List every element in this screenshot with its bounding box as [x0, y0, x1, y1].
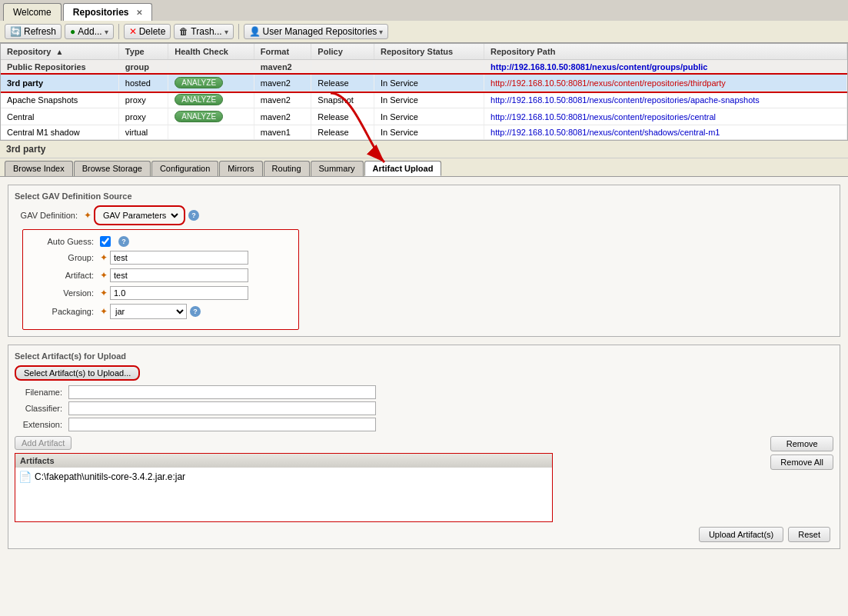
repo-name: Central M1 shadow	[1, 125, 118, 140]
auto-guess-checkbox[interactable]	[100, 236, 111, 247]
trash-button[interactable]: 🗑 Trash... ▾	[174, 24, 233, 39]
classifier-label: Classifier:	[15, 404, 68, 413]
remove-all-button[interactable]: Remove All	[770, 455, 833, 470]
classifier-row: Classifier:	[15, 401, 833, 415]
separator-1	[118, 24, 119, 39]
version-label: Version:	[31, 288, 100, 298]
repo-health	[168, 125, 254, 140]
tab-mirrors[interactable]: Mirrors	[219, 161, 262, 176]
gav-definition-help-icon[interactable]: ?	[188, 210, 199, 221]
col-header-format[interactable]: Format	[254, 44, 311, 60]
tab-artifact-upload[interactable]: Artifact Upload	[364, 161, 442, 176]
table-row[interactable]: Public Repositories group maven2 http://…	[1, 60, 847, 75]
group-input[interactable]	[110, 251, 248, 265]
toolbar: 🔄 Refresh ● Add... ▾ ✕ Delete 🗑 Trash...…	[0, 21, 848, 43]
artifact-input[interactable]	[110, 268, 248, 282]
repo-url-link[interactable]: http://192.168.10.50:8081/nexus/content/…	[491, 128, 720, 137]
sort-icon: ▲	[56, 48, 64, 56]
col-header-health-check[interactable]: Health Check	[168, 44, 254, 60]
version-input[interactable]	[110, 286, 248, 300]
tab-summary[interactable]: Summary	[311, 161, 364, 176]
upload-fields: Filename: Classifier: Extension:	[15, 385, 833, 431]
auto-guess-label: Auto Guess:	[31, 237, 100, 246]
artifact-row: Artifact: ✦	[31, 268, 291, 282]
remove-button[interactable]: Remove	[770, 436, 833, 451]
repo-type: virtual	[118, 125, 168, 140]
select-artifacts-button[interactable]: Select Artifact(s) to Upload...	[15, 365, 140, 381]
tab-repositories[interactable]: Repositories ✕	[63, 3, 152, 21]
repo-health[interactable]: ANALYZE	[168, 75, 254, 92]
artifact-required-star: ✦	[100, 270, 108, 281]
group-required-star: ✦	[100, 252, 108, 263]
repo-url-link[interactable]: http://192.168.10.50:8081/nexus/content/…	[491, 95, 760, 105]
add-button[interactable]: ● Add... ▾	[65, 24, 114, 39]
artifact-item[interactable]: 📄 C:\fakepath\unitils-core-3.4.2.jar.e:j…	[15, 469, 552, 484]
artifact-filename: C:\fakepath\unitils-core-3.4.2.jar.e:jar	[35, 471, 185, 482]
bottom-buttons: Upload Artifact(s) Reset	[15, 527, 833, 542]
packaging-select[interactable]: jar war pom ear	[110, 304, 187, 319]
col-header-status[interactable]: Repository Status	[374, 44, 484, 60]
table-row[interactable]: Central M1 shadow virtual maven1 Release…	[1, 125, 847, 140]
tab-routing[interactable]: Routing	[264, 161, 310, 176]
repo-health	[168, 60, 254, 75]
app-window: Welcome Repositories ✕ 🔄 Refresh ● Add..…	[0, 0, 848, 616]
gav-definition-highlight: GAV Parameters From POM	[94, 205, 185, 225]
gav-definition-label: GAV Definition:	[15, 211, 84, 220]
repo-url-link[interactable]: http://192.168.10.50:8081/nexus/content/…	[491, 112, 716, 122]
repo-type: proxy	[118, 108, 168, 125]
artifacts-area: Add Artifact Artifacts 📄 C:\fakepath\uni…	[15, 436, 833, 522]
table-row[interactable]: Apache Snapshots proxy ANALYZE maven2 Sn…	[1, 92, 847, 108]
upload-artifacts-button[interactable]: Upload Artifact(s)	[699, 527, 783, 542]
extension-label: Extension:	[15, 420, 68, 429]
panel-tab-bar: Browse Index Browse Storage Configuratio…	[0, 158, 848, 177]
tab-close-icon[interactable]: ✕	[136, 8, 142, 17]
repo-name: 3rd party	[1, 75, 118, 92]
repo-status: In Service	[374, 92, 484, 108]
select-artifacts-row: Select Artifact(s) to Upload...	[15, 365, 833, 381]
table-row[interactable]: 3rd party hosted ANALYZE maven2 Release …	[1, 75, 847, 92]
tab-configuration[interactable]: Configuration	[151, 161, 218, 176]
auto-guess-help-icon[interactable]: ?	[118, 236, 129, 247]
repo-health[interactable]: ANALYZE	[168, 108, 254, 125]
add-artifact-button[interactable]: Add Artifact	[15, 436, 71, 450]
col-header-repository[interactable]: Repository ▲	[1, 44, 118, 60]
upload-section-title: Select Artifact(s) for Upload	[15, 351, 833, 361]
repo-policy: Snapshot	[311, 92, 374, 108]
packaging-help-icon[interactable]: ?	[190, 306, 201, 317]
repo-url-link[interactable]: http://192.168.10.50:8081/nexus/content/…	[491, 62, 707, 72]
extension-input[interactable]	[68, 418, 376, 431]
analyze-button[interactable]: ANALYZE	[175, 77, 223, 88]
separator-2	[238, 24, 239, 39]
analyze-button[interactable]: ANALYZE	[175, 94, 223, 105]
repo-policy: Release	[311, 125, 374, 140]
col-header-type[interactable]: Type	[118, 44, 168, 60]
delete-button[interactable]: ✕ Delete	[124, 24, 171, 39]
add-dropdown-arrow: ▾	[105, 28, 108, 36]
repo-health[interactable]: ANALYZE	[168, 92, 254, 108]
repo-name: Apache Snapshots	[1, 92, 118, 108]
col-header-path[interactable]: Repository Path	[484, 44, 847, 60]
tab-welcome[interactable]: Welcome	[3, 3, 62, 21]
repo-type: hosted	[118, 75, 168, 92]
col-header-policy[interactable]: Policy	[311, 44, 374, 60]
repo-status: In Service	[374, 108, 484, 125]
gav-definition-select[interactable]: GAV Parameters From POM	[98, 208, 181, 222]
refresh-button[interactable]: 🔄 Refresh	[5, 24, 62, 39]
repo-path: http://192.168.10.50:8081/nexus/content/…	[484, 108, 847, 125]
user-managed-button[interactable]: 👤 User Managed Repositories ▾	[244, 24, 389, 39]
repo-url-link[interactable]: http://192.168.10.50:8081/nexus/content/…	[491, 78, 726, 88]
gav-definition-row: GAV Definition: ✦ GAV Parameters From PO…	[15, 205, 833, 225]
tab-browse-index[interactable]: Browse Index	[5, 161, 73, 176]
repo-status: In Service	[374, 75, 484, 92]
gav-section: Select GAV Definition Source GAV Definit…	[8, 185, 840, 337]
artifacts-column: Add Artifact Artifacts 📄 C:\fakepath\uni…	[15, 436, 763, 522]
classifier-input[interactable]	[68, 401, 376, 415]
repo-type: proxy	[118, 92, 168, 108]
user-dropdown-arrow: ▾	[379, 28, 383, 36]
analyze-button[interactable]: ANALYZE	[175, 111, 223, 122]
filename-input[interactable]	[68, 385, 376, 399]
reset-button[interactable]: Reset	[788, 527, 830, 542]
table-row[interactable]: Central proxy ANALYZE maven2 Release In …	[1, 108, 847, 125]
artifact-file-icon: 📄	[18, 471, 32, 483]
tab-browse-storage[interactable]: Browse Storage	[74, 161, 151, 176]
